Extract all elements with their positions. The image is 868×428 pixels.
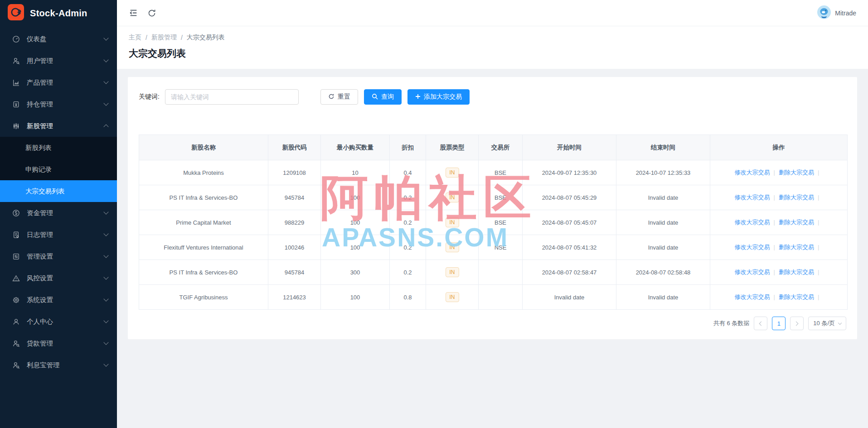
stock-type-tag: IN	[446, 192, 459, 202]
flame-logo-icon	[7, 4, 24, 23]
stock-type-cell: IN	[426, 285, 479, 310]
delete-block-trade-link[interactable]: 删除大宗交易	[779, 269, 814, 275]
sidebar-item-label: 新股管理	[27, 122, 104, 130]
chevron-right-icon[interactable]	[790, 317, 804, 330]
search-button[interactable]: 查询	[364, 89, 402, 105]
sidebar-item-4[interactable]: 新股管理	[0, 115, 117, 137]
table-row-4: PS IT Infra & Services-BO9457843000.2IN2…	[139, 260, 848, 285]
table-cell: PS IT Infra & Services-BO	[139, 185, 268, 210]
edit-block-trade-link[interactable]: 修改大宗交易	[735, 244, 770, 250]
sidebar-item-label: 管理设置	[27, 252, 104, 261]
edit-block-trade-link[interactable]: 修改大宗交易	[735, 293, 770, 300]
sidebar-item-9[interactable]: 系统设置	[0, 289, 117, 311]
table-cell: BSE	[479, 160, 523, 185]
table-cell	[479, 285, 523, 310]
product-chart-icon	[12, 78, 20, 87]
chevron-down-icon	[103, 274, 108, 279]
delete-block-trade-link[interactable]: 删除大宗交易	[779, 194, 814, 201]
sidebar: Stock-Admin 仪表盘用户管理产品管理持仓管理新股管理新股列表申购记录大…	[0, 0, 117, 428]
chevron-down-icon	[103, 340, 108, 345]
dashboard-icon	[12, 35, 20, 43]
table-cell: NSE	[479, 235, 523, 260]
table-header-row: 新股名称新股代码最小购买数量折扣股票类型交易所开始时间结束时间操作	[139, 135, 848, 160]
table-cell: Flexituff Ventures International	[139, 235, 268, 260]
reset-button[interactable]: 重置	[320, 89, 358, 105]
sidebar-subitem-2[interactable]: 大宗交易列表	[0, 180, 117, 202]
delete-block-trade-link[interactable]: 删除大宗交易	[779, 293, 814, 300]
edit-block-trade-link[interactable]: 修改大宗交易	[735, 219, 770, 226]
sidebar-item-12[interactable]: 利息宝管理	[0, 354, 117, 376]
refresh-icon[interactable]	[147, 9, 156, 18]
action-separator: |	[774, 219, 775, 226]
add-block-trade-button[interactable]: 添加大宗交易	[407, 89, 470, 105]
stock-type-cell: IN	[426, 185, 479, 210]
sidebar-item-2[interactable]: 产品管理	[0, 72, 117, 93]
table-cell: 0.8	[390, 285, 426, 310]
plus-icon	[415, 93, 421, 101]
delete-block-trade-link[interactable]: 删除大宗交易	[779, 169, 814, 176]
sidebar-item-0[interactable]: 仪表盘	[0, 28, 117, 50]
action-separator: |	[774, 169, 775, 176]
table-cell: 2024-09-07 12:35:30	[523, 160, 616, 185]
stock-type-tag: IN	[446, 292, 459, 302]
breadcrumb-home[interactable]: 主页	[129, 34, 141, 42]
sidebar-item-11[interactable]: 贷款管理	[0, 332, 117, 354]
table-cell: Invalid date	[523, 285, 616, 310]
actions-cell: 修改大宗交易|删除大宗交易|	[710, 160, 848, 185]
action-separator: |	[818, 169, 819, 176]
chevron-left-icon[interactable]	[754, 317, 767, 330]
table-cell: 945784	[268, 260, 321, 285]
stock-type-cell: IN	[426, 210, 479, 235]
profile-person-icon	[12, 317, 20, 326]
user-manage-icon	[12, 57, 20, 65]
sidebar-subitem-1[interactable]: 申购记录	[0, 159, 117, 180]
table-cell: Invalid date	[616, 285, 710, 310]
keyword-input[interactable]	[165, 89, 299, 105]
sidebar-item-5[interactable]: 资金管理	[0, 202, 117, 224]
breadcrumb-separator: /	[145, 34, 147, 41]
column-header: 开始时间	[523, 135, 616, 160]
refresh-icon	[328, 93, 335, 101]
table-cell: 0.2	[390, 260, 426, 285]
app-layout: Stock-Admin 仪表盘用户管理产品管理持仓管理新股管理新股列表申购记录大…	[0, 0, 868, 428]
sidebar-item-8[interactable]: 风控设置	[0, 267, 117, 289]
sidebar-subitem-0[interactable]: 新股列表	[0, 137, 117, 159]
sidebar-item-label: 仪表盘	[27, 35, 104, 43]
edit-block-trade-link[interactable]: 修改大宗交易	[735, 269, 770, 275]
column-header: 折扣	[390, 135, 426, 160]
delete-block-trade-link[interactable]: 删除大宗交易	[779, 219, 814, 226]
user-menu[interactable]: Mitrade	[817, 5, 856, 21]
pagination: 共有 6 条数据 1 10 条/页	[139, 317, 846, 332]
sidebar-item-1[interactable]: 用户管理	[0, 50, 117, 72]
edit-block-trade-link[interactable]: 修改大宗交易	[735, 169, 770, 176]
sidebar-item-7[interactable]: 管理设置	[0, 245, 117, 267]
sidebar-item-6[interactable]: 日志管理	[0, 224, 117, 245]
sidebar-item-label: 资金管理	[27, 209, 104, 217]
sidebar-item-3[interactable]: 持仓管理	[0, 93, 117, 115]
table-cell: Prime Capital Market	[139, 210, 268, 235]
sidebar-item-10[interactable]: 个人中心	[0, 311, 117, 332]
action-separator: |	[818, 293, 819, 300]
chevron-down-icon	[103, 79, 108, 84]
manage-settings-icon	[12, 252, 20, 260]
action-separator: |	[818, 269, 819, 275]
user-name: Mitrade	[835, 10, 856, 17]
breadcrumb-current: 大宗交易列表	[187, 34, 225, 42]
table-cell	[479, 260, 523, 285]
delete-block-trade-link[interactable]: 删除大宗交易	[779, 244, 814, 250]
page-size-select[interactable]: 10 条/页	[808, 317, 846, 330]
block-trade-table: 新股名称新股代码最小购买数量折扣股票类型交易所开始时间结束时间操作 Mukka …	[139, 135, 848, 310]
breadcrumb-ipo-manage[interactable]: 新股管理	[151, 34, 177, 42]
edit-block-trade-link[interactable]: 修改大宗交易	[735, 194, 770, 201]
table-cell: 0.2	[390, 235, 426, 260]
sidebar-submenu: 新股列表申购记录大宗交易列表	[0, 137, 117, 202]
action-separator: |	[818, 194, 819, 201]
action-separator: |	[818, 219, 819, 226]
table-cell: 100	[321, 235, 390, 260]
sidebar-item-label: 系统设置	[27, 296, 104, 304]
column-header: 操作	[710, 135, 848, 160]
menu-fold-icon[interactable]	[129, 8, 138, 18]
interest-user-icon	[12, 361, 20, 369]
pagination-page-1[interactable]: 1	[772, 317, 786, 330]
chevron-up-icon	[103, 124, 108, 129]
